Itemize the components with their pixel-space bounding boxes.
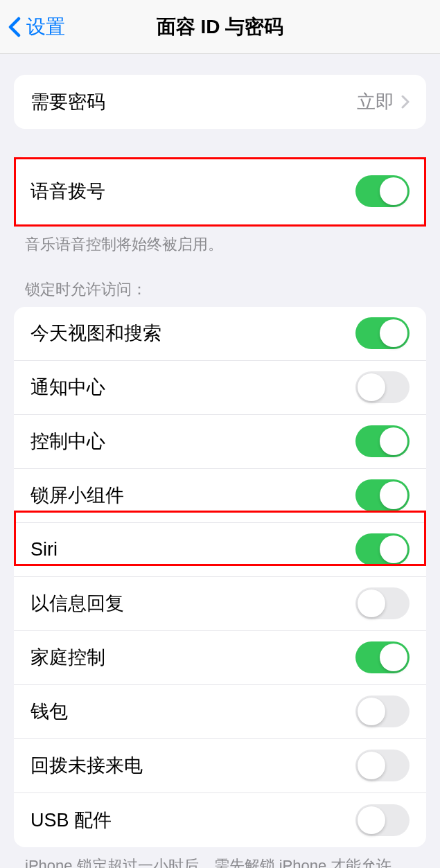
lock-item-row: 通知中心	[14, 361, 426, 415]
lock-item-row: 控制中心	[14, 415, 426, 469]
voice-dial-group: 语音拨号	[14, 157, 426, 226]
lock-item-toggle[interactable]	[355, 641, 410, 673]
require-passcode-value-wrap: 立即	[357, 89, 410, 114]
lock-item-toggle[interactable]	[355, 479, 410, 511]
toggle-knob	[380, 644, 407, 671]
voice-dial-footer: 音乐语音控制将始终被启用。	[0, 226, 440, 256]
page-title: 面容 ID 与密码	[0, 14, 440, 40]
chevron-left-icon	[8, 17, 21, 37]
nav-bar: 设置 面容 ID 与密码	[0, 0, 440, 54]
lock-access-header: 锁定时允许访问：	[0, 256, 440, 307]
toggle-knob	[380, 481, 407, 509]
lock-item-label: 家庭控制	[30, 645, 105, 670]
voice-dial-row: 语音拨号	[14, 157, 426, 226]
lock-item-toggle[interactable]	[355, 425, 410, 457]
back-button[interactable]: 设置	[0, 14, 65, 40]
lock-item-label: 控制中心	[30, 429, 105, 454]
passcode-group: 需要密码 立即	[14, 75, 426, 129]
lock-item-row: 家庭控制	[14, 631, 426, 685]
lock-item-row: Siri	[14, 523, 426, 577]
lock-item-toggle[interactable]	[355, 587, 410, 619]
toggle-knob	[358, 590, 385, 617]
toggle-knob	[358, 752, 385, 779]
toggle-knob	[380, 319, 407, 347]
lock-item-label: 锁屏小组件	[30, 483, 124, 508]
lock-item-label: 回拨未接来电	[30, 753, 143, 778]
lock-item-toggle[interactable]	[355, 317, 410, 349]
require-passcode-label: 需要密码	[30, 89, 105, 114]
voice-dial-toggle[interactable]	[355, 175, 410, 207]
require-passcode-row[interactable]: 需要密码 立即	[14, 75, 426, 129]
toggle-knob	[358, 806, 385, 834]
lock-item-label: 今天视图和搜索	[30, 321, 161, 346]
voice-dial-label: 语音拨号	[30, 179, 105, 204]
toggle-knob	[358, 698, 385, 725]
lock-item-toggle[interactable]	[355, 696, 410, 727]
lock-item-toggle[interactable]	[355, 750, 410, 781]
lock-item-label: 通知中心	[30, 375, 105, 400]
lock-item-row: 今天视图和搜索	[14, 307, 426, 361]
toggle-knob	[380, 177, 407, 205]
lock-item-toggle[interactable]	[355, 533, 410, 565]
toggle-knob	[380, 535, 407, 563]
lock-item-row: 回拨未接来电	[14, 739, 426, 793]
toggle-knob	[358, 373, 385, 401]
lock-access-group: 今天视图和搜索通知中心控制中心锁屏小组件Siri以信息回复家庭控制钱包回拨未接来…	[14, 307, 426, 847]
lock-item-row: 锁屏小组件	[14, 469, 426, 523]
usb-footer: iPhone 锁定超过一小时后，需先解锁 iPhone 才能允许 USB 配件连…	[0, 847, 440, 868]
lock-item-row: USB 配件	[14, 793, 426, 847]
lock-item-toggle[interactable]	[355, 371, 410, 403]
chevron-right-icon	[401, 95, 410, 109]
lock-item-label: 以信息回复	[30, 591, 124, 616]
back-label: 设置	[26, 14, 65, 40]
lock-item-row: 以信息回复	[14, 577, 426, 631]
lock-item-row: 钱包	[14, 685, 426, 739]
require-passcode-value: 立即	[357, 89, 394, 114]
lock-item-label: USB 配件	[30, 808, 112, 833]
lock-item-toggle[interactable]	[355, 804, 410, 836]
toggle-knob	[380, 427, 407, 455]
lock-item-label: 钱包	[30, 699, 68, 724]
lock-item-label: Siri	[30, 539, 58, 560]
